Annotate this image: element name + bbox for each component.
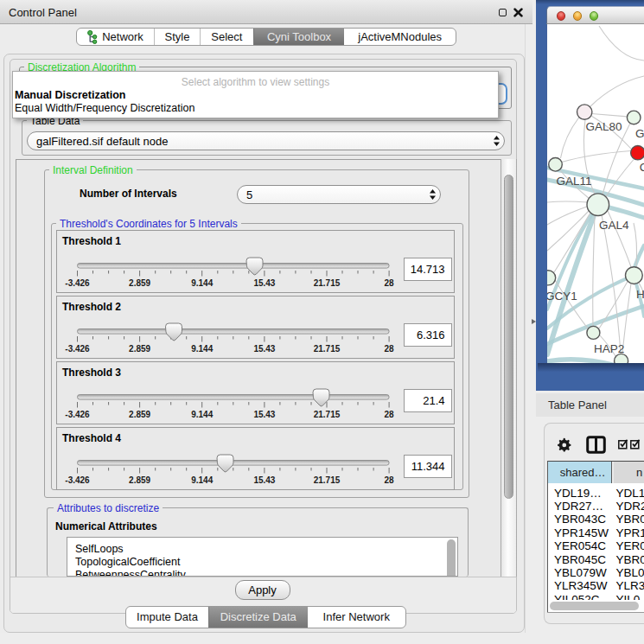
svg-text:GAL4: GAL4 — [599, 219, 629, 232]
svg-text:CY: CY — [640, 161, 644, 174]
svg-text:GAL2: GAL2 — [635, 127, 644, 140]
svg-text:HAP2: HAP2 — [594, 342, 624, 355]
svg-text:HIS: HIS — [636, 288, 644, 301]
svg-text:GCY1: GCY1 — [547, 290, 577, 303]
svg-text:GAL80: GAL80 — [586, 120, 622, 133]
svg-text:GAL11: GAL11 — [557, 175, 592, 188]
